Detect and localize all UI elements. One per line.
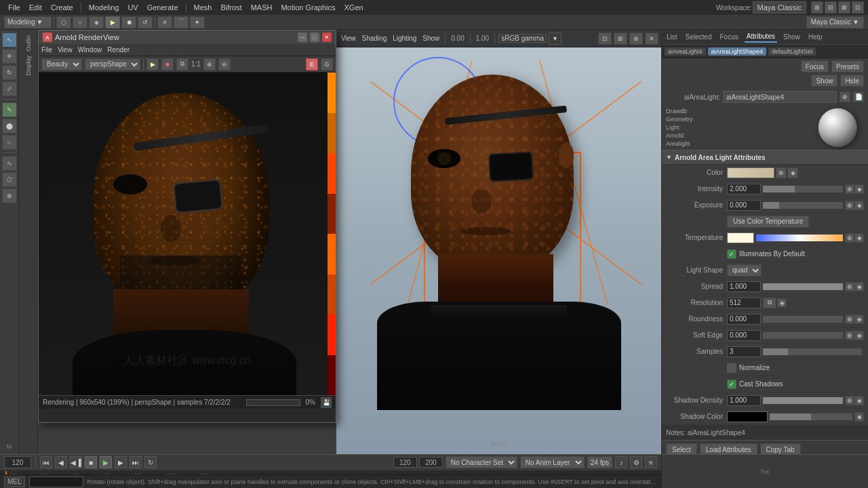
arnold-section-header[interactable]: ▼ Arnold Area Light Attributes (662, 150, 868, 165)
resolution-btn[interactable]: ⧉ (763, 298, 776, 308)
spread-input[interactable] (727, 281, 761, 292)
node-tab-defaultlightset[interactable]: defaultLightSet (768, 47, 816, 56)
light-shape-dropdown[interactable]: quad (727, 264, 762, 277)
temp-slider[interactable] (756, 235, 843, 241)
soft-edge-input[interactable] (727, 330, 761, 341)
joint-tool[interactable]: ⬡ (2, 172, 17, 187)
normalize-checkbox[interactable] (727, 363, 736, 373)
settings-btn[interactable]: ⚙ (630, 456, 642, 468)
zoom-btn[interactable]: ⊕ (203, 58, 216, 70)
roundness-map[interactable]: ◈ (854, 314, 864, 324)
arnold-menu-file[interactable]: File (41, 46, 52, 54)
rotate-tool[interactable]: ↻ (2, 65, 17, 80)
hide-btn[interactable]: Hide (840, 75, 864, 87)
lasso-tool[interactable]: ○ (2, 135, 17, 150)
playblast-icon[interactable]: ⏺ (121, 16, 136, 28)
account-btn[interactable]: Maya Classic ▼ (806, 16, 864, 28)
workspace-value[interactable]: Maya Classic (753, 1, 806, 14)
save-icon[interactable]: 💾 (321, 397, 332, 408)
snap-point[interactable]: ✦ (190, 16, 205, 28)
shadow-density-slider[interactable] (763, 397, 843, 404)
roundness-input[interactable] (727, 314, 761, 325)
soft-edge-plus[interactable]: ⊕ (845, 331, 854, 340)
aiAreaLight-map[interactable]: 📄 (853, 92, 864, 102)
render-icon[interactable]: ▶ (105, 16, 120, 28)
copy-tab-btn[interactable]: Copy Tab (760, 443, 801, 455)
shape-dropdown[interactable]: perspShape (85, 58, 140, 70)
loop-btn[interactable]: ↻ (144, 456, 157, 468)
aiAreaLight-icon[interactable]: ⊕ (840, 92, 850, 102)
aiAreaLight-input[interactable] (723, 91, 837, 103)
beauty-dropdown[interactable]: Beauty (41, 58, 82, 70)
shadow-density-input[interactable] (727, 395, 761, 406)
vp-menu-lighting[interactable]: Lighting (391, 35, 418, 42)
ik-tool[interactable]: ⊕ (2, 188, 17, 203)
use-color-temp-btn[interactable]: Use Color Temperature (727, 216, 809, 228)
end-frame-input[interactable] (419, 457, 443, 468)
menu-mesh[interactable]: Mesh (190, 2, 216, 13)
subdivide-icon[interactable]: ◈ (89, 16, 104, 28)
samples-slider[interactable] (763, 348, 862, 355)
menu-edit[interactable]: Edit (25, 2, 46, 13)
viewport-content[interactable]: persp (336, 47, 661, 454)
cast-shadows-checkbox[interactable]: ✓ (727, 380, 736, 389)
fps-display[interactable]: 24 fps (587, 456, 612, 468)
exposure-map[interactable]: ◈ (854, 201, 864, 210)
tab-selected[interactable]: Selected (684, 32, 714, 42)
spread-slider[interactable] (763, 283, 843, 290)
snap-grid[interactable]: # (157, 16, 172, 28)
intensity-map[interactable]: ◈ (854, 184, 864, 194)
play-fwd-btn[interactable]: ▶ (100, 456, 112, 468)
zoom-out-btn[interactable]: ⊖ (218, 58, 231, 70)
stop-btn[interactable]: ■ (161, 58, 174, 70)
scale-tool[interactable]: ⤢ (2, 81, 17, 96)
close-btn[interactable]: ✕ (322, 33, 332, 42)
soft-edge-slider[interactable] (763, 332, 843, 339)
mode-dropdown[interactable]: Modeling▼ (4, 16, 52, 28)
menu-mash[interactable]: MASH (247, 2, 277, 13)
roundness-slider[interactable] (763, 316, 843, 323)
render-btn[interactable]: ▶ (146, 58, 159, 70)
samples-input[interactable] (727, 346, 761, 357)
intensity-plus[interactable]: ⊕ (845, 184, 854, 194)
history-icon[interactable]: ↺ (138, 16, 153, 28)
move-tool[interactable]: ✛ (2, 49, 17, 64)
curve-tool[interactable]: ∿ (2, 156, 17, 171)
arnold-menu-window[interactable]: Window (78, 46, 102, 54)
snap-curve[interactable]: ⌒ (174, 16, 189, 28)
show-btn[interactable]: Show (811, 75, 837, 87)
timeline-settings-btn[interactable]: ≡ (645, 456, 657, 468)
maximize-btn[interactable]: □ (310, 33, 319, 42)
menu-bifrost[interactable]: Bifrost (216, 2, 245, 13)
vp-icon-2[interactable]: ⊞ (614, 33, 627, 45)
resolution-input[interactable] (727, 298, 761, 308)
exposure-plus[interactable]: ⊕ (845, 201, 854, 210)
snapshot-btn[interactable]: ⧉ (176, 58, 189, 70)
select-btn[interactable]: Select (666, 443, 697, 455)
temp-swatch[interactable] (727, 232, 754, 243)
color-extra-btn[interactable]: ◈ (787, 167, 798, 178)
spread-plus[interactable]: ⊕ (845, 282, 854, 291)
main-viewport[interactable]: View Shading Lighting Show 0.00 1.00 sRG… (336, 30, 661, 454)
roundness-plus[interactable]: ⊕ (845, 314, 854, 324)
anim-layer-dropdown[interactable]: No Anim Layer (520, 456, 585, 468)
temp-plus[interactable]: ⊕ (845, 233, 854, 243)
vp-icon-1[interactable]: ⊡ (598, 33, 612, 45)
shadow-color-map[interactable]: ◈ (854, 412, 864, 422)
gamma-display[interactable]: sRGB gamma (498, 34, 547, 43)
menu-xgen[interactable]: XGen (340, 2, 368, 13)
shadow-density-plus[interactable]: ⊕ (845, 396, 854, 405)
exposure-slider[interactable] (763, 202, 843, 209)
select-tool[interactable]: ↖ (2, 33, 17, 47)
minimize-btn[interactable]: ─ (298, 33, 307, 42)
menu-create[interactable]: Create (47, 2, 77, 13)
char-set-dropdown[interactable]: No Character Set (446, 456, 517, 468)
vp-icon-4[interactable]: ✕ (645, 33, 658, 45)
spread-map[interactable]: ◈ (854, 282, 864, 291)
next-frame-btn[interactable]: ▶ (115, 456, 127, 468)
menu-motion-graphics[interactable]: Motion Graphics (277, 2, 339, 13)
temp-map[interactable]: ◈ (854, 233, 864, 243)
tab-focus[interactable]: Focus (717, 32, 740, 42)
paint-tool[interactable]: ⬤ (2, 119, 17, 134)
go-end-btn[interactable]: ⏭ (130, 456, 142, 468)
